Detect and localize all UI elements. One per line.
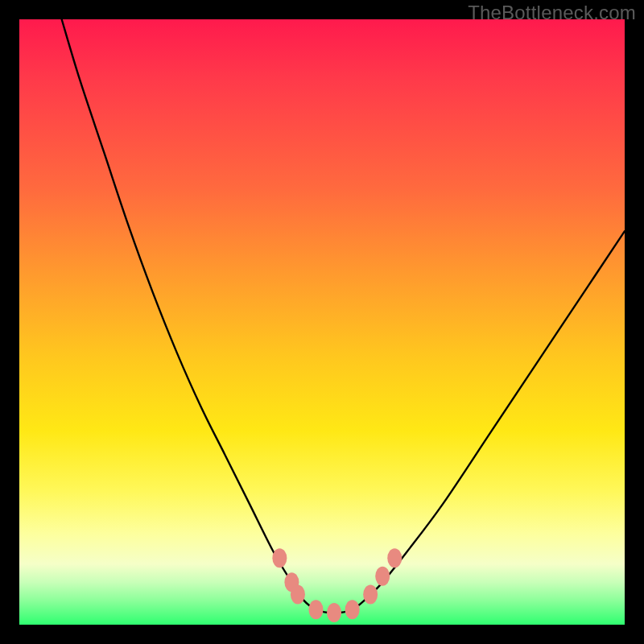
curve-marker — [387, 548, 402, 568]
curve-markers — [272, 548, 402, 622]
curve-marker — [272, 548, 287, 568]
curve-marker — [345, 600, 360, 619]
curve-marker — [363, 584, 378, 604]
curve-marker — [291, 584, 305, 604]
curve-marker — [327, 603, 341, 622]
chart-frame: TheBottleneck.com — [0, 0, 644, 644]
plot-area — [19, 19, 625, 625]
bottleneck-curve — [62, 19, 625, 613]
curve-marker — [308, 600, 323, 619]
curve-layer — [19, 19, 625, 625]
curve-marker — [375, 567, 390, 586]
